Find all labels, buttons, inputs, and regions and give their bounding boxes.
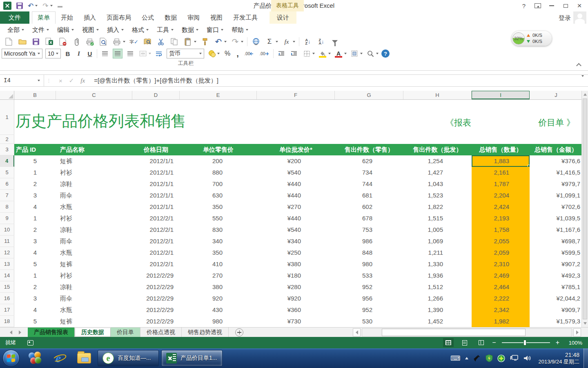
sheet-tab[interactable]: 销售趋势透视 xyxy=(182,328,229,337)
cell-product-name[interactable]: 雨伞 xyxy=(56,293,132,304)
security-plus-icon[interactable] xyxy=(497,355,505,362)
cell-total-sales-amount[interactable]: ¥376,6 xyxy=(530,155,583,167)
cell-total-sales-qty[interactable]: 2,310 xyxy=(472,258,530,270)
currency-style-icon[interactable] xyxy=(207,49,217,58)
cell-product-id[interactable]: 1 xyxy=(14,167,56,178)
name-box[interactable]: I4 xyxy=(0,75,44,86)
cell-price-date[interactable]: 2012/2/1 xyxy=(132,247,180,258)
menu-item[interactable]: 视图 xyxy=(78,24,103,36)
nav-pricelist-link[interactable]: 价目单 》 xyxy=(538,117,575,128)
row-header[interactable]: 10 xyxy=(0,224,14,236)
column-header[interactable]: G xyxy=(335,91,403,99)
redo-dropdown-icon[interactable] xyxy=(50,5,53,7)
cell-units-sold-wholesale[interactable]: 1,452 xyxy=(403,316,472,327)
cell-units-sold-wholesale[interactable]: 1,254 xyxy=(403,155,472,167)
paste-dropdown-icon[interactable] xyxy=(194,41,196,43)
table-column-header[interactable]: 单位批发价* xyxy=(257,144,335,155)
autosum-dropdown-icon[interactable] xyxy=(276,41,278,43)
ribbon-tab[interactable]: 页面布局 xyxy=(101,11,136,24)
cell-units-sold-wholesale[interactable]: 1,069 xyxy=(403,236,472,247)
cell-product-name[interactable]: 短裤 xyxy=(56,258,132,270)
cell-unit-retail-price[interactable]: 410 xyxy=(180,258,257,270)
cell-price-date[interactable]: 2012/1/1 xyxy=(132,178,180,190)
cell-total-sales-qty[interactable]: 1,758 xyxy=(472,224,530,236)
cell-total-sales-amount[interactable]: ¥2,044,2 xyxy=(530,293,583,304)
cell-unit-wholesale-price[interactable]: ¥730 xyxy=(257,316,335,327)
menu-item[interactable]: 窗口 xyxy=(203,24,227,36)
row-header[interactable]: 11 xyxy=(0,236,14,247)
percent-style-button[interactable]: % xyxy=(223,50,232,57)
cell-unit-retail-price[interactable]: 700 xyxy=(180,178,257,190)
cell-product-name[interactable]: 雨伞 xyxy=(56,236,132,247)
cell-total-sales-qty[interactable]: 2,469 xyxy=(472,270,530,281)
fill-color-icon[interactable] xyxy=(318,49,327,58)
sheet-tab[interactable]: 产品销售报表 xyxy=(28,328,75,337)
cell-total-sales-qty[interactable]: 1,787 xyxy=(472,178,530,190)
spell-check-icon[interactable]: 字✓ xyxy=(129,37,139,47)
wrap-text-icon[interactable] xyxy=(154,49,164,58)
print-preview-icon[interactable] xyxy=(98,37,108,47)
cell-price-date[interactable]: 2012/1/1 xyxy=(132,155,180,167)
cell-total-sales-amount[interactable]: ¥698,7 xyxy=(530,236,583,247)
ribbon-tab[interactable]: 开始 xyxy=(56,11,78,24)
row-header[interactable]: 1 xyxy=(0,100,14,135)
cell-price-date[interactable]: 2012/2/1 xyxy=(132,236,180,247)
cell-total-sales-amount[interactable]: ¥492,3 xyxy=(530,270,583,281)
table-column-header[interactable]: 总销售（金额） xyxy=(530,144,583,155)
cell-total-sales-qty[interactable]: 2,342 xyxy=(472,304,530,316)
minimize-button[interactable] xyxy=(545,0,559,11)
row-header[interactable]: 2 xyxy=(0,135,14,144)
cell-price-date[interactable]: 2012/2/1 xyxy=(132,224,180,236)
cell-price-date[interactable]: 2012/1/1 xyxy=(132,190,180,201)
scroll-right-icon[interactable] xyxy=(573,328,581,337)
zoom-slider[interactable] xyxy=(502,342,550,343)
vertical-scrollbar[interactable] xyxy=(581,91,588,327)
zoom-icon[interactable] xyxy=(365,49,375,58)
cell-unit-wholesale-price[interactable]: ¥360 xyxy=(257,304,335,316)
align-center-icon[interactable] xyxy=(113,49,122,58)
cell-product-name[interactable]: 衬衫 xyxy=(56,167,132,178)
ribbon-tab[interactable]: 文件 xyxy=(0,11,29,24)
prev-sheet-icon[interactable] xyxy=(10,330,12,334)
undo-icon[interactable]: ↶ xyxy=(214,37,223,47)
customize-quick-access-icon[interactable] xyxy=(58,6,62,7)
cell-product-name[interactable]: 水瓶 xyxy=(56,304,132,316)
column-header[interactable]: B xyxy=(14,91,56,99)
cell-format-icon[interactable] xyxy=(350,49,359,58)
net-speed-widget[interactable]: 32% 0K/S 0K/S xyxy=(512,31,552,46)
cell-product-id[interactable]: 5 xyxy=(14,316,56,327)
cell-unit-wholesale-price[interactable]: ¥200 xyxy=(257,155,335,167)
cell-total-sales-qty[interactable]: 2,193 xyxy=(472,213,530,224)
column-header[interactable]: D xyxy=(132,91,180,99)
cell-total-sales-qty[interactable]: 2,055 xyxy=(472,236,530,247)
cell-product-id[interactable]: 1 xyxy=(14,270,56,281)
column-header[interactable]: E xyxy=(180,91,257,99)
menu-item[interactable]: 全部 xyxy=(3,24,28,36)
macro-record-icon[interactable] xyxy=(27,340,33,346)
cancel-entry-button[interactable]: × xyxy=(59,77,62,84)
cell-total-sales-amount[interactable]: ¥979,7 xyxy=(530,178,583,190)
row-header[interactable]: 15 xyxy=(0,281,14,293)
cell-unit-retail-price[interactable]: 830 xyxy=(180,224,257,236)
cell-price-date[interactable]: 2012/2/29 xyxy=(132,293,180,304)
ribbon-tab[interactable]: 视图 xyxy=(205,11,228,24)
column-header[interactable]: H xyxy=(403,91,472,99)
cell-total-sales-amount[interactable]: ¥1,416,5 xyxy=(530,167,583,178)
cell-units-sold-retail[interactable]: 629 xyxy=(335,155,403,167)
sheet-tab[interactable]: 价目单 xyxy=(111,328,140,337)
cell-price-date[interactable]: 2012/1/1 xyxy=(132,167,180,178)
cell-units-sold-wholesale[interactable]: 1,515 xyxy=(403,213,472,224)
cell-product-id[interactable]: 2 xyxy=(14,224,56,236)
menu-item[interactable]: 数据 xyxy=(178,24,203,36)
cell-units-sold-wholesale[interactable]: 1,936 xyxy=(403,270,472,281)
excel-app-icon[interactable] xyxy=(3,2,11,10)
table-column-header[interactable]: 售出件数（批发） xyxy=(403,144,472,155)
italic-button[interactable]: I xyxy=(75,50,83,57)
cell-unit-retail-price[interactable]: 340 xyxy=(180,236,257,247)
ribbon-tab[interactable]: 设计 xyxy=(270,11,296,24)
taskbar-window-browser[interactable]: e 百度知道—... xyxy=(98,350,159,366)
cell-total-sales-qty[interactable]: 2,204 xyxy=(472,190,530,201)
internet-explorer-icon[interactable]: e xyxy=(50,349,69,367)
cell-total-sales-amount[interactable]: ¥599,5 xyxy=(530,247,583,258)
cell-units-sold-wholesale[interactable]: 1,266 xyxy=(403,293,472,304)
